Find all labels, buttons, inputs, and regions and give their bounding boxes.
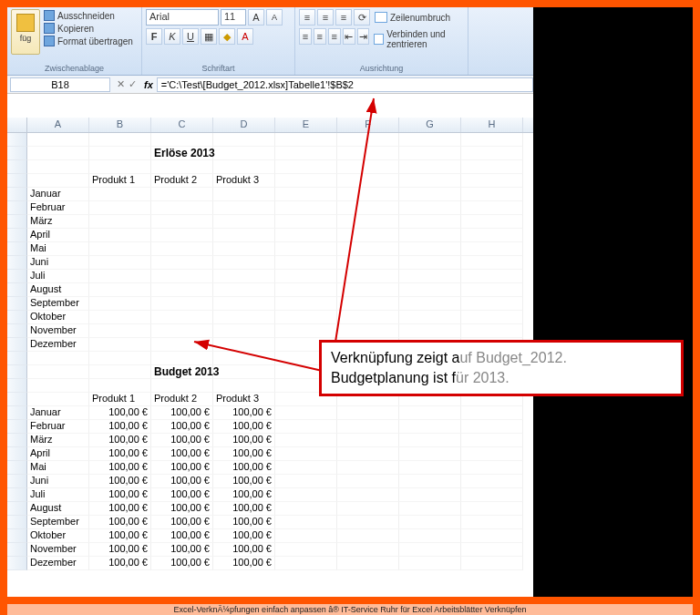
cell[interactable] — [337, 324, 399, 338]
cell[interactable] — [337, 160, 399, 174]
cell[interactable]: 100,00 € — [213, 420, 275, 434]
cell[interactable] — [337, 529, 399, 543]
cell[interactable]: 100,00 € — [89, 434, 151, 447]
cell[interactable] — [213, 270, 275, 283]
cell[interactable] — [399, 160, 461, 174]
cell[interactable] — [337, 147, 399, 160]
increase-indent-button[interactable]: ⇥ — [357, 28, 370, 45]
col-header[interactable]: E — [275, 118, 337, 132]
cell[interactable] — [275, 188, 337, 201]
cell[interactable] — [399, 488, 461, 502]
cell[interactable] — [399, 133, 461, 147]
cell[interactable]: September — [27, 297, 89, 311]
cell[interactable] — [337, 516, 399, 529]
cell[interactable]: März — [27, 434, 89, 447]
cell[interactable]: Januar — [27, 188, 89, 201]
cell[interactable] — [337, 133, 399, 147]
align-middle-button[interactable]: ≡ — [317, 9, 334, 26]
col-header[interactable]: D — [213, 118, 275, 132]
cell[interactable]: Februar — [27, 201, 89, 215]
cell[interactable] — [337, 557, 399, 570]
cell[interactable]: 100,00 € — [151, 529, 213, 543]
cell[interactable] — [461, 174, 523, 188]
cell[interactable] — [461, 215, 523, 229]
cell[interactable] — [213, 379, 275, 393]
cell[interactable] — [461, 447, 523, 461]
cell[interactable] — [89, 188, 151, 201]
cell[interactable] — [461, 475, 523, 488]
col-header[interactable]: A — [27, 118, 89, 132]
cell[interactable]: 100,00 € — [213, 502, 275, 516]
cell[interactable]: 100,00 € — [89, 543, 151, 557]
cell[interactable] — [399, 283, 461, 297]
cell[interactable] — [337, 543, 399, 557]
cell[interactable] — [213, 338, 275, 352]
cell[interactable] — [461, 188, 523, 201]
cell[interactable]: Juni — [27, 256, 89, 270]
cell[interactable] — [27, 133, 89, 147]
cell[interactable] — [89, 256, 151, 270]
cell[interactable] — [89, 201, 151, 215]
row-header[interactable] — [7, 147, 27, 160]
align-left-button[interactable]: ≡ — [299, 28, 312, 45]
cancel-formula-icon[interactable]: ✕ — [117, 78, 125, 90]
cell[interactable] — [89, 379, 151, 393]
cell[interactable] — [399, 406, 461, 420]
cell[interactable] — [461, 270, 523, 283]
cell[interactable] — [275, 447, 337, 461]
cell[interactable] — [213, 297, 275, 311]
cell[interactable] — [89, 147, 151, 160]
cell[interactable]: 100,00 € — [151, 406, 213, 420]
row-header[interactable] — [7, 352, 27, 365]
row-header[interactable] — [7, 242, 27, 256]
cell[interactable] — [337, 297, 399, 311]
cell[interactable]: September — [27, 516, 89, 529]
cell[interactable] — [275, 174, 337, 188]
cell[interactable]: 100,00 € — [89, 447, 151, 461]
cell[interactable]: 100,00 € — [213, 557, 275, 570]
cell[interactable]: Juli — [27, 270, 89, 283]
cell[interactable] — [275, 229, 337, 242]
cell[interactable] — [151, 188, 213, 201]
cell[interactable] — [399, 311, 461, 324]
cell[interactable] — [461, 256, 523, 270]
cell[interactable] — [275, 434, 337, 447]
row-header[interactable] — [7, 529, 27, 543]
cell[interactable] — [27, 352, 89, 365]
cell[interactable] — [275, 297, 337, 311]
cell[interactable] — [151, 215, 213, 229]
cell[interactable] — [399, 215, 461, 229]
cell[interactable] — [89, 283, 151, 297]
cell[interactable]: August — [27, 502, 89, 516]
cell[interactable] — [275, 406, 337, 420]
border-button[interactable]: ▦ — [201, 28, 217, 45]
cell[interactable] — [275, 311, 337, 324]
format-painter-button[interactable]: Format übertragen — [42, 35, 135, 47]
cell[interactable] — [461, 297, 523, 311]
row-header[interactable] — [7, 188, 27, 201]
cell[interactable] — [337, 201, 399, 215]
cell[interactable] — [89, 352, 151, 365]
row-header[interactable] — [7, 297, 27, 311]
cell[interactable]: Produkt 1 — [89, 174, 151, 188]
accept-formula-icon[interactable]: ✓ — [129, 78, 137, 90]
row-header[interactable] — [7, 406, 27, 420]
row-header[interactable] — [7, 475, 27, 488]
cell[interactable] — [151, 379, 213, 393]
cell[interactable] — [151, 311, 213, 324]
cell[interactable]: Mai — [27, 242, 89, 256]
row-header[interactable] — [7, 365, 27, 379]
cell[interactable]: 100,00 € — [89, 475, 151, 488]
cell[interactable] — [399, 147, 461, 160]
row-header[interactable] — [7, 270, 27, 283]
cell[interactable] — [89, 215, 151, 229]
cell[interactable]: 100,00 € — [213, 543, 275, 557]
cell[interactable] — [399, 516, 461, 529]
cell[interactable] — [337, 242, 399, 256]
row-header[interactable] — [7, 201, 27, 215]
row-header[interactable] — [7, 338, 27, 352]
row-header[interactable] — [7, 488, 27, 502]
row-header[interactable] — [7, 420, 27, 434]
row-header[interactable] — [7, 256, 27, 270]
cell[interactable]: März — [27, 215, 89, 229]
